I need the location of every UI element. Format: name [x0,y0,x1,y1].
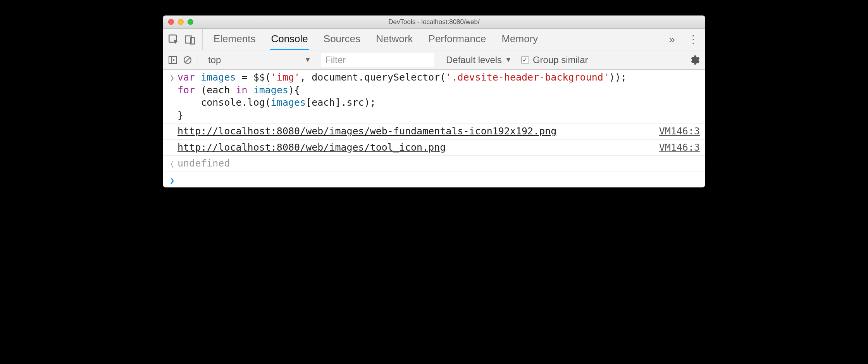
console-result-row: ⟨ undefined [163,156,705,172]
more-tabs-button[interactable]: » [665,33,679,46]
chevron-down-icon: ▼ [304,56,311,64]
console-log-row: http://localhost:8080/web/images/tool_ic… [163,140,705,156]
result-value: undefined [177,157,700,170]
tab-memory[interactable]: Memory [501,29,539,50]
console-input-row[interactable]: ❯ var images = $$('img', document.queryS… [163,70,705,124]
traffic-lights [168,19,193,25]
tab-elements[interactable]: Elements [213,29,256,50]
toggle-sidebar-icon[interactable] [168,55,177,65]
tab-network[interactable]: Network [375,29,413,50]
console-prompt-input[interactable] [177,173,700,186]
log-url-link[interactable]: http://localhost:8080/web/images/tool_ic… [177,142,446,153]
log-source-link[interactable]: VM146:3 [659,125,700,138]
log-levels-select[interactable]: Default levels ▼ [446,55,512,65]
maximize-window-button[interactable] [188,19,193,25]
filter-input[interactable] [321,53,434,67]
group-similar-label: Group similar [533,55,588,65]
code-content: var images = $$('img', document.querySel… [177,71,700,122]
console-toolbar: top ▼ Default levels ▼ ✓ Group similar [163,50,705,70]
kebab-menu-icon[interactable]: ⋮ [687,33,700,46]
log-source-link[interactable]: VM146:3 [659,141,700,154]
close-window-button[interactable] [168,19,174,25]
levels-label: Default levels [446,55,502,65]
result-arrow-icon: ⟨ [167,157,177,170]
context-value: top [208,55,221,65]
devtools-tabs: Elements Console Sources Network Perform… [213,29,663,50]
inspect-element-icon[interactable] [168,34,179,45]
devtools-window: DevTools - localhost:8080/web/ Elements … [163,15,705,187]
chevron-down-icon: ▼ [505,56,512,64]
minimize-window-button[interactable] [178,19,184,25]
tab-bar: Elements Console Sources Network Perform… [163,29,705,50]
execution-context-select[interactable]: top ▼ [203,53,316,67]
group-similar-toggle[interactable]: ✓ Group similar [521,55,588,65]
tab-console[interactable]: Console [270,29,308,50]
device-toolbar-icon[interactable] [184,34,195,45]
titlebar[interactable]: DevTools - localhost:8080/web/ [163,15,705,29]
tab-sources[interactable]: Sources [323,29,361,50]
input-prompt-icon: ❯ [167,71,177,122]
console-output: ❯ var images = $$('img', document.queryS… [163,70,705,187]
window-title: DevTools - localhost:8080/web/ [163,18,705,26]
console-log-row: http://localhost:8080/web/images/web-fun… [163,124,705,140]
svg-rect-3 [169,57,177,64]
log-url-link[interactable]: http://localhost:8080/web/images/web-fun… [177,125,556,137]
checkbox-checked-icon: ✓ [521,56,529,64]
tab-performance[interactable]: Performance [428,29,487,50]
prompt-icon: ❯ [167,173,177,186]
console-prompt-row[interactable]: ❯ [163,172,705,188]
settings-gear-icon[interactable] [689,55,700,65]
clear-console-icon[interactable] [183,55,192,65]
